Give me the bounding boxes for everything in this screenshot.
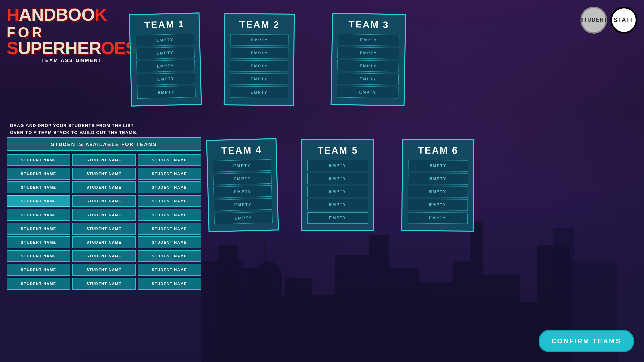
logo-s: S xyxy=(7,38,18,58)
student-item-8[interactable]: STUDENT NAME xyxy=(138,181,201,193)
team4-slot-2[interactable]: EMPTY xyxy=(213,172,272,185)
page-subtitle: Team Assignment xyxy=(7,58,137,63)
team1-slot-4[interactable]: EMPTY xyxy=(137,73,195,86)
student-item-17[interactable]: STUDENT NAME xyxy=(138,223,201,235)
team5-slot-2[interactable]: EMPTY xyxy=(307,173,368,184)
student-item-13[interactable]: STUDENT NAME xyxy=(72,209,136,221)
student-item-11[interactable]: STUDENT NAME xyxy=(138,195,201,207)
team-card-6: TEAM 6 EMPTY EMPTY EMPTY EMPTY EMPTY xyxy=(401,139,474,232)
team-card-2: TEAM 2 EMPTY EMPTY EMPTY EMPTY EMPTY xyxy=(224,13,295,106)
team4-slot-1[interactable]: EMPTY xyxy=(213,159,271,172)
student-item-4[interactable]: STUDENT NAME xyxy=(72,168,136,180)
instruction-text: DRAG AND DROP YOUR STUDENTS FROM THE LIS… xyxy=(10,122,138,136)
team5-slot-4[interactable]: EMPTY xyxy=(307,199,368,210)
student-item-19[interactable]: STUDENT NAME xyxy=(72,236,136,248)
team4-slot-3[interactable]: EMPTY xyxy=(213,185,272,198)
student-badge[interactable]: STUDENT xyxy=(580,7,607,34)
team3-slot-4[interactable]: EMPTY xyxy=(337,73,399,85)
team5-slot-3[interactable]: EMPTY xyxy=(307,186,368,197)
students-header: STUDENTS AVAILABLE FOR TEAMS xyxy=(7,137,201,151)
team3-title: TEAM 3 xyxy=(338,19,400,31)
team2-slot-4[interactable]: EMPTY xyxy=(230,73,288,85)
team2-slot-3[interactable]: EMPTY xyxy=(230,60,288,72)
student-item-12[interactable]: STUDENT NAME xyxy=(7,209,70,221)
team1-slot-3[interactable]: EMPTY xyxy=(136,60,195,73)
student-item-27[interactable]: STUDENT NAME xyxy=(7,278,70,290)
team5-slot-5[interactable]: EMPTY xyxy=(307,212,368,224)
main-content: HANDBOOK FOR SUPERHEROES Team Assignment… xyxy=(0,0,644,362)
student-item-15[interactable]: STUDENT NAME xyxy=(7,223,70,235)
student-item-1[interactable]: STUDENT NAME xyxy=(72,154,136,166)
student-item-25[interactable]: STUDENT NAME xyxy=(72,264,136,276)
student-item-16[interactable]: STUDENT NAME xyxy=(72,223,136,235)
team4-slot-4[interactable]: EMPTY xyxy=(214,198,272,212)
team2-title: TEAM 2 xyxy=(230,19,289,31)
team5-title: TEAM 5 xyxy=(307,145,368,156)
confirm-teams-button[interactable]: CONFIRM TEAMS xyxy=(539,330,634,352)
instruction-line2: OVER TO A TEAM STACK TO BUILD OUT THE TE… xyxy=(10,129,138,136)
team-card-5: TEAM 5 EMPTY EMPTY EMPTY EMPTY EMPTY xyxy=(301,139,374,231)
logo-h: H xyxy=(7,5,19,24)
team3-slot-2[interactable]: EMPTY xyxy=(337,47,399,59)
student-item-14[interactable]: STUDENT NAME xyxy=(138,209,201,221)
team3-slot-1[interactable]: EMPTY xyxy=(338,34,400,46)
student-item-2[interactable]: STUDENT NAME xyxy=(138,154,201,166)
staff-badge[interactable]: STAFF xyxy=(610,7,637,34)
student-item-29[interactable]: STUDENT NAME xyxy=(138,278,201,290)
team1-title: TEAM 1 xyxy=(135,19,194,31)
team6-slot-4[interactable]: EMPTY xyxy=(408,199,468,211)
role-badges: STUDENT STAFF xyxy=(580,7,637,34)
student-item-21[interactable]: STUDENT NAME xyxy=(7,250,70,262)
team-card-1: TEAM 1 EMPTY EMPTY EMPTY EMPTY EMPTY xyxy=(129,12,202,106)
student-item-23[interactable]: STUDENT NAME xyxy=(138,250,201,262)
instruction-line1: DRAG AND DROP YOUR STUDENTS FROM THE LIS… xyxy=(10,122,138,129)
team6-slot-2[interactable]: EMPTY xyxy=(408,173,468,185)
student-item-9[interactable]: STUDENT NAME xyxy=(7,195,70,207)
student-item-6[interactable]: STUDENT NAME xyxy=(7,181,70,193)
student-item-28[interactable]: STUDENT NAME xyxy=(72,278,136,290)
team2-slot-1[interactable]: EMPTY xyxy=(230,34,288,46)
team2-slot-2[interactable]: EMPTY xyxy=(230,47,288,59)
student-item-22[interactable]: STUDENT NAME xyxy=(72,250,136,262)
students-grid: STUDENT NAMESTUDENT NAMESTUDENT NAMESTUD… xyxy=(7,154,201,290)
student-item-26[interactable]: STUDENT NAME xyxy=(138,264,201,276)
team4-title: TEAM 4 xyxy=(212,144,271,157)
team3-slot-5[interactable]: EMPTY xyxy=(337,86,399,98)
logo-k: K xyxy=(95,5,107,24)
team-card-4: TEAM 4 EMPTY EMPTY EMPTY EMPTY EMPTY xyxy=(206,138,279,232)
team5-slot-1[interactable]: EMPTY xyxy=(307,160,368,171)
student-item-10[interactable]: STUDENT NAME xyxy=(72,195,136,207)
team6-slot-5[interactable]: EMPTY xyxy=(408,212,468,224)
team3-slot-3[interactable]: EMPTY xyxy=(337,60,399,72)
team6-slot-3[interactable]: EMPTY xyxy=(408,186,468,198)
student-item-24[interactable]: STUDENT NAME xyxy=(7,264,70,276)
staff-badge-label: STAFF xyxy=(613,17,634,24)
team1-slot-1[interactable]: EMPTY xyxy=(136,34,194,47)
logo-title: HANDBOOK FOR SUPERHEROES xyxy=(7,7,137,56)
team6-slot-1[interactable]: EMPTY xyxy=(408,160,468,172)
logo-area: HANDBOOK FOR SUPERHEROES Team Assignment xyxy=(7,7,137,63)
student-item-5[interactable]: STUDENT NAME xyxy=(138,168,201,180)
team4-slot-5[interactable]: EMPTY xyxy=(214,212,273,225)
student-item-3[interactable]: STUDENT NAME xyxy=(7,168,70,180)
team2-slot-5[interactable]: EMPTY xyxy=(230,86,288,98)
students-panel: STUDENTS AVAILABLE FOR TEAMS STUDENT NAM… xyxy=(7,137,201,290)
team1-slot-2[interactable]: EMPTY xyxy=(136,47,195,60)
student-item-20[interactable]: STUDENT NAME xyxy=(138,236,201,248)
team1-slot-5[interactable]: EMPTY xyxy=(137,86,196,99)
student-item-18[interactable]: STUDENT NAME xyxy=(7,236,70,248)
team6-title: TEAM 6 xyxy=(408,145,468,156)
student-badge-label: STUDENT xyxy=(580,17,608,23)
student-item-7[interactable]: STUDENT NAME xyxy=(72,181,136,193)
team-card-3: TEAM 3 EMPTY EMPTY EMPTY EMPTY EMPTY xyxy=(331,13,406,106)
student-item-0[interactable]: STUDENT NAME xyxy=(7,154,70,166)
